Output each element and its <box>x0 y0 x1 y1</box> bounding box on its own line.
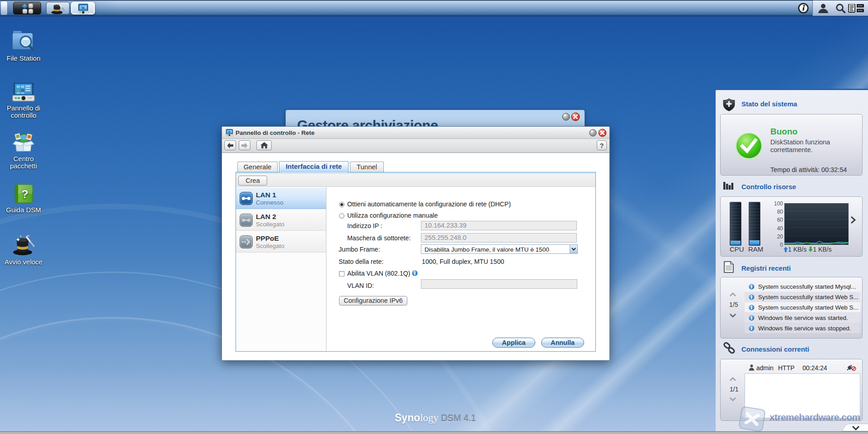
svg-text:?: ? <box>21 187 28 201</box>
